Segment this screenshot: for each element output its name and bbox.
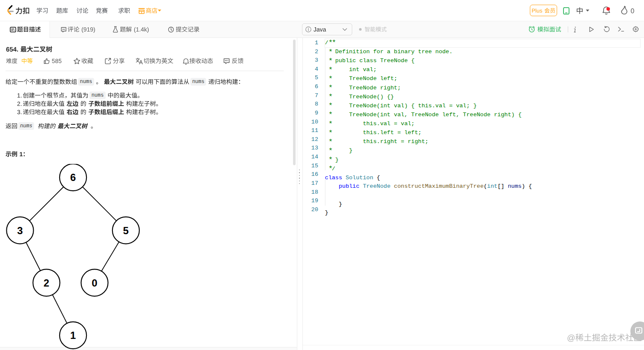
svg-text:3: 3 <box>17 225 23 236</box>
svg-text:5: 5 <box>123 225 129 236</box>
svg-text:2: 2 <box>43 277 49 289</box>
svg-text:1: 1 <box>70 330 76 341</box>
svg-text:0: 0 <box>92 277 97 289</box>
svg-text:6: 6 <box>70 172 76 183</box>
